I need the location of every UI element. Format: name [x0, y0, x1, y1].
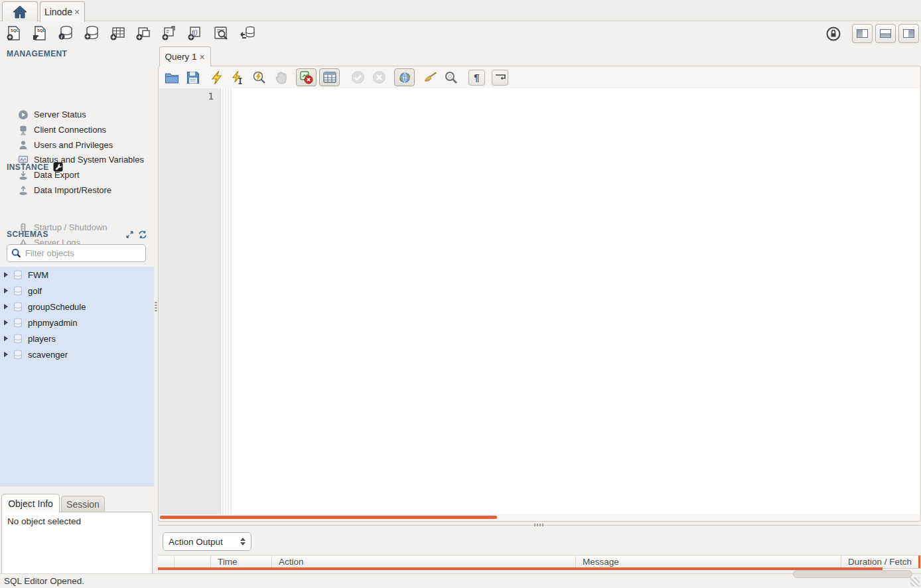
expander-icon[interactable]: [4, 272, 8, 277]
limit-rows-button[interactable]: [319, 68, 340, 86]
open-sql-script-icon[interactable]: SQL: [32, 25, 48, 41]
toggle-invisible-characters-button[interactable]: ¶: [468, 70, 485, 86]
expander-icon[interactable]: [4, 288, 8, 293]
output-horizontal-scrollbar[interactable]: [158, 567, 883, 570]
sidebar-item-server-status[interactable]: Server Status: [0, 107, 154, 122]
line-number: 1: [208, 91, 214, 102]
save-script-icon[interactable]: [186, 70, 200, 85]
find-icon[interactable]: [444, 70, 459, 85]
schema-item-groupschedule[interactable]: groupSchedule: [0, 299, 154, 315]
schema-icon: [13, 269, 23, 280]
data-import-icon: [18, 185, 29, 196]
refresh-schemas-icon[interactable]: [138, 230, 147, 239]
explain-statement-icon[interactable]: [252, 70, 267, 85]
create-schema-icon[interactable]: [84, 25, 100, 41]
output-splitter-handle[interactable]: [158, 522, 921, 528]
output-col-message[interactable]: Message: [576, 555, 841, 568]
output-type-select[interactable]: Action Output: [163, 532, 251, 551]
schema-icon: [13, 333, 23, 344]
stop-on-error-icon: [300, 71, 313, 84]
line-number-gutter: 1: [159, 88, 221, 514]
document-tab-bar: Linode ×: [0, 0, 921, 21]
window-resize-grip[interactable]: [910, 577, 920, 587]
schema-icon: [13, 317, 23, 328]
schema-filter-box: [7, 244, 146, 262]
beautify-script-icon[interactable]: [423, 70, 437, 85]
toggle-secondary-sidebar-button[interactable]: [898, 24, 919, 43]
autocommit-icon: [398, 71, 411, 84]
schema-filter-input[interactable]: [25, 248, 142, 258]
output-scrollbar-thumb[interactable]: [793, 570, 912, 578]
schema-inspector-icon[interactable]: i: [58, 25, 74, 41]
create-function-icon[interactable]: f(): [187, 25, 203, 41]
user-icon: [18, 140, 29, 151]
output-col-index[interactable]: [175, 555, 211, 568]
sidebar-item-client-connections[interactable]: Client Connections: [0, 122, 154, 137]
sidebar-item-data-import[interactable]: Data Import/Restore: [0, 183, 154, 198]
open-file-icon[interactable]: [165, 70, 179, 85]
query-editor-toolbar: ¶: [159, 66, 920, 88]
main-toolbar: SQL SQL i f(): [0, 21, 921, 45]
schema-icon: [13, 301, 23, 312]
word-wrap-icon: [495, 73, 506, 82]
execute-script-icon[interactable]: [210, 70, 224, 85]
execute-current-statement-icon[interactable]: [231, 70, 246, 85]
close-query-tab-icon[interactable]: ×: [198, 52, 205, 62]
sidebar-splitter-handle[interactable]: [153, 45, 158, 573]
schema-item-players[interactable]: players: [0, 331, 154, 346]
expand-schemas-icon[interactable]: [125, 230, 134, 239]
expander-icon[interactable]: [4, 304, 8, 309]
schema-item-scavenger[interactable]: scavenger: [0, 346, 154, 362]
sql-text-area[interactable]: [232, 88, 920, 514]
svg-text:SQL: SQL: [11, 29, 19, 33]
schema-icon: [13, 349, 23, 360]
toggle-autocommit-button[interactable]: [394, 68, 415, 86]
create-view-icon[interactable]: [135, 25, 151, 41]
expander-icon[interactable]: [4, 320, 8, 325]
toggle-sidebar-button[interactable]: [852, 24, 873, 43]
reconnect-server-icon[interactable]: [239, 25, 255, 41]
stop-execution-icon: [273, 70, 288, 85]
home-icon: [13, 5, 27, 19]
instance-section-title: INSTANCE: [7, 162, 63, 172]
fold-margin: [221, 88, 232, 514]
management-section-title: MANAGEMENT: [7, 49, 67, 58]
create-procedure-icon[interactable]: [161, 25, 177, 41]
home-tab[interactable]: [2, 1, 38, 21]
editor-horizontal-scrollbar[interactable]: [160, 516, 497, 519]
create-table-icon[interactable]: [109, 25, 125, 41]
status-bar: SQL Editor Opened.: [0, 573, 921, 588]
search-table-data-icon[interactable]: [213, 25, 229, 41]
client-connections-icon: [18, 125, 29, 135]
sidebar-item-users-privileges[interactable]: Users and Privileges: [0, 137, 154, 153]
connection-tab-linode[interactable]: Linode ×: [40, 1, 85, 22]
close-tab-icon[interactable]: ×: [74, 7, 80, 17]
output-table-header: Time Action Message Duration / Fetch: [158, 555, 921, 569]
schema-icon: [13, 285, 23, 296]
expander-icon[interactable]: [4, 336, 8, 341]
schema-item-golf[interactable]: golf: [0, 283, 154, 299]
toggle-output-area-button[interactable]: [875, 24, 896, 43]
sql-editor[interactable]: 1: [159, 88, 920, 514]
output-col-time[interactable]: Time: [211, 555, 272, 568]
output-col-action[interactable]: Action: [272, 555, 576, 568]
toggle-stop-on-error-button[interactable]: [296, 68, 317, 86]
schema-item-phpmyadmin[interactable]: phpmyadmin: [0, 315, 154, 331]
pilcrow-icon: ¶: [474, 72, 479, 83]
schema-item-fwm[interactable]: FWM: [0, 267, 154, 283]
output-vertical-scrollbar[interactable]: [918, 555, 920, 568]
output-col-status[interactable]: [158, 555, 175, 568]
sidebar-panel-icon: [857, 29, 868, 38]
tab-object-info[interactable]: Object Info: [1, 494, 60, 512]
server-status-icon: [18, 110, 29, 120]
schemas-section-title: SCHEMAS: [7, 230, 147, 239]
limit-rows-icon: [323, 72, 336, 84]
expander-icon[interactable]: [4, 352, 8, 357]
output-panel-icon: [880, 29, 891, 38]
rollback-transaction-icon: [372, 70, 386, 85]
toggle-word-wrap-button[interactable]: [492, 70, 508, 86]
tab-query-1[interactable]: Query 1 ×: [159, 46, 211, 66]
new-sql-tab-icon[interactable]: SQL: [6, 25, 22, 41]
tab-session[interactable]: Session: [61, 496, 105, 512]
output-col-duration[interactable]: Duration / Fetch: [841, 555, 921, 568]
